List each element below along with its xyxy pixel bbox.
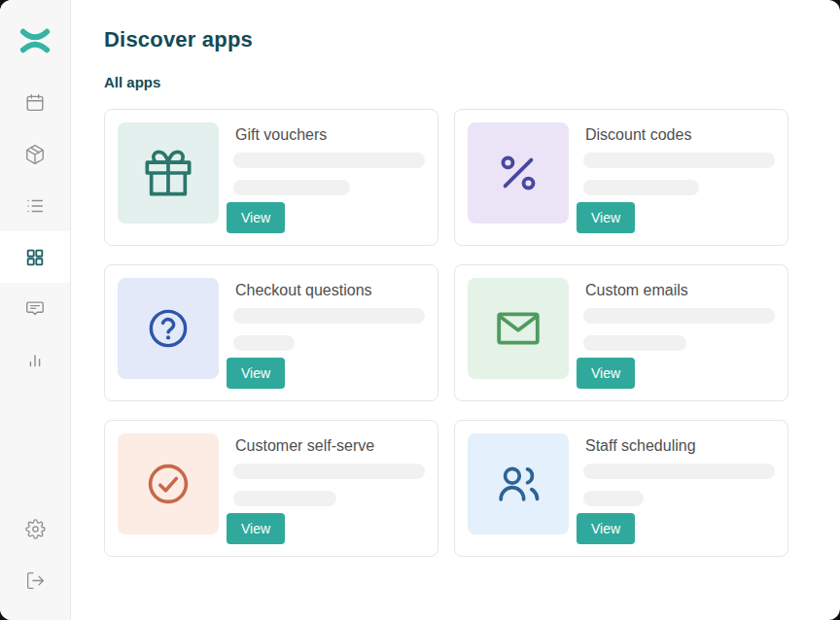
- app-title: Discount codes: [585, 125, 775, 144]
- sidebar-spacer: [0, 386, 70, 503]
- logout-icon: [25, 570, 46, 591]
- placeholder-bar: [583, 308, 775, 324]
- app-icon-tile: [468, 433, 569, 534]
- app-title: Staff scheduling: [585, 436, 775, 455]
- placeholder-bar: [233, 335, 295, 351]
- sidebar-footer-nav: [0, 503, 70, 606]
- sidebar-item-settings[interactable]: [0, 503, 70, 555]
- app-card-discount-codes: Discount codes View: [454, 109, 788, 246]
- section-heading: All apps: [104, 74, 788, 90]
- sidebar: [0, 0, 71, 620]
- view-button[interactable]: View: [577, 202, 635, 233]
- view-button[interactable]: View: [577, 358, 635, 389]
- placeholder-bar: [583, 491, 644, 506]
- view-button[interactable]: View: [577, 513, 635, 544]
- app-card-staff-scheduling: Staff scheduling View: [454, 420, 788, 557]
- list-icon: [24, 195, 46, 217]
- sidebar-item-apps[interactable]: [0, 231, 70, 283]
- apps-grid: Gift vouchers View Discount codes: [104, 109, 788, 557]
- brand-x-logo-icon[interactable]: [0, 23, 70, 58]
- view-button[interactable]: View: [227, 358, 285, 389]
- app-icon-tile: [118, 278, 219, 379]
- app-card-customer-self-serve: Customer self-serve View: [104, 420, 438, 557]
- app-title: Checkout questions: [235, 281, 425, 299]
- page-title: Discover apps: [104, 27, 788, 52]
- sidebar-item-messages[interactable]: [0, 283, 70, 334]
- app-icon-tile: [468, 278, 569, 379]
- sidebar-item-list[interactable]: [0, 180, 70, 231]
- question-circle-icon: [146, 306, 191, 351]
- main-content: Discover apps All apps Gift vouchers: [71, 0, 840, 620]
- check-circle-icon: [145, 461, 192, 507]
- sidebar-item-logout[interactable]: [0, 555, 70, 606]
- placeholder-bar: [233, 491, 336, 506]
- placeholder-bar: [583, 464, 775, 479]
- apps-grid-icon: [24, 247, 46, 268]
- view-button[interactable]: View: [227, 202, 285, 233]
- app-icon-tile: [118, 122, 219, 224]
- placeholder-bar: [233, 308, 425, 324]
- sidebar-nav: [0, 77, 70, 386]
- app-window: Discover apps All apps Gift vouchers: [0, 0, 840, 620]
- gift-icon: [143, 148, 193, 198]
- sidebar-item-reports[interactable]: [0, 334, 70, 386]
- percent-icon: [496, 151, 541, 195]
- placeholder-bar: [583, 335, 686, 351]
- placeholder-bar: [233, 153, 425, 168]
- chat-icon: [24, 298, 46, 320]
- app-card-gift-vouchers: Gift vouchers View: [104, 109, 438, 246]
- sidebar-item-calendar[interactable]: [0, 77, 70, 128]
- settings-icon: [25, 519, 46, 539]
- app-icon-tile: [468, 122, 569, 224]
- view-button[interactable]: View: [227, 513, 285, 544]
- app-card-checkout-questions: Checkout questions View: [104, 264, 438, 401]
- app-title: Gift vouchers: [235, 125, 425, 144]
- sidebar-item-packages[interactable]: [0, 128, 70, 180]
- users-icon: [493, 459, 543, 509]
- placeholder-bar: [233, 180, 350, 195]
- app-title: Customer self-serve: [235, 436, 425, 455]
- calendar-icon: [24, 92, 46, 114]
- bar-chart-icon: [24, 350, 46, 371]
- package-icon: [24, 144, 46, 165]
- mail-icon: [492, 302, 544, 355]
- placeholder-bar: [583, 153, 775, 168]
- placeholder-bar: [233, 464, 425, 479]
- app-title: Custom emails: [585, 281, 775, 299]
- app-icon-tile: [118, 433, 219, 534]
- placeholder-bar: [583, 180, 699, 195]
- app-card-custom-emails: Custom emails View: [454, 264, 788, 401]
